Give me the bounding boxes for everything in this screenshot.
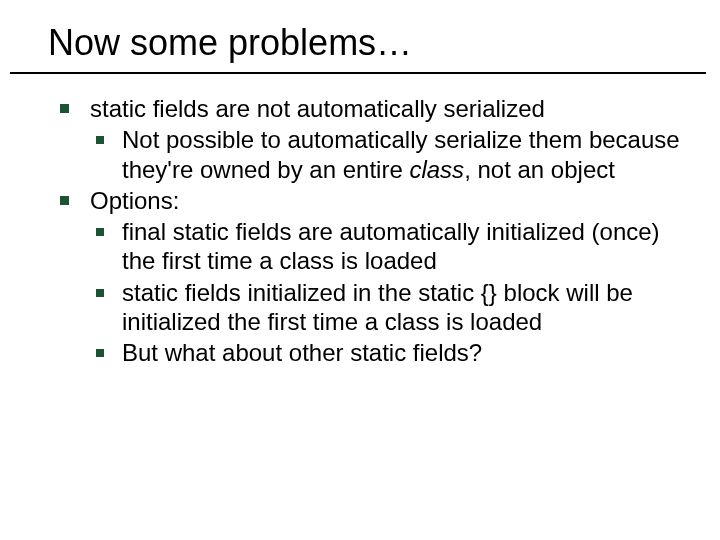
list-item: static fields initialized in the static … — [90, 278, 690, 337]
bullet-text: final static fields are automatically in… — [122, 218, 660, 274]
list-item: But what about other static fields? — [90, 338, 690, 367]
list-item: static fields are not automatically seri… — [56, 94, 690, 184]
list-item: Options: final static fields are automat… — [56, 186, 690, 368]
slide-body: static fields are not automatically seri… — [56, 94, 690, 369]
bullet-text: Options: — [90, 187, 179, 214]
bullet-text: But what about other static fields? — [122, 339, 482, 366]
bullet-text: Not possible to automatically serialize … — [122, 126, 680, 182]
bullet-list: static fields are not automatically seri… — [56, 94, 690, 367]
list-item: Not possible to automatically serialize … — [90, 125, 690, 184]
italic-text: class — [409, 156, 464, 183]
bullet-text: static fields initialized in the static … — [122, 279, 633, 335]
sub-list: final static fields are automatically in… — [90, 217, 690, 367]
title-rule — [10, 72, 706, 74]
list-item: final static fields are automatically in… — [90, 217, 690, 276]
title-block: Now some problems… — [48, 22, 696, 72]
bullet-text: static fields are not automatically seri… — [90, 95, 545, 122]
sub-list: Not possible to automatically serialize … — [90, 125, 690, 184]
text-run: , not an object — [464, 156, 615, 183]
slide: Now some problems… static fields are not… — [0, 0, 720, 540]
slide-title: Now some problems… — [48, 22, 696, 72]
